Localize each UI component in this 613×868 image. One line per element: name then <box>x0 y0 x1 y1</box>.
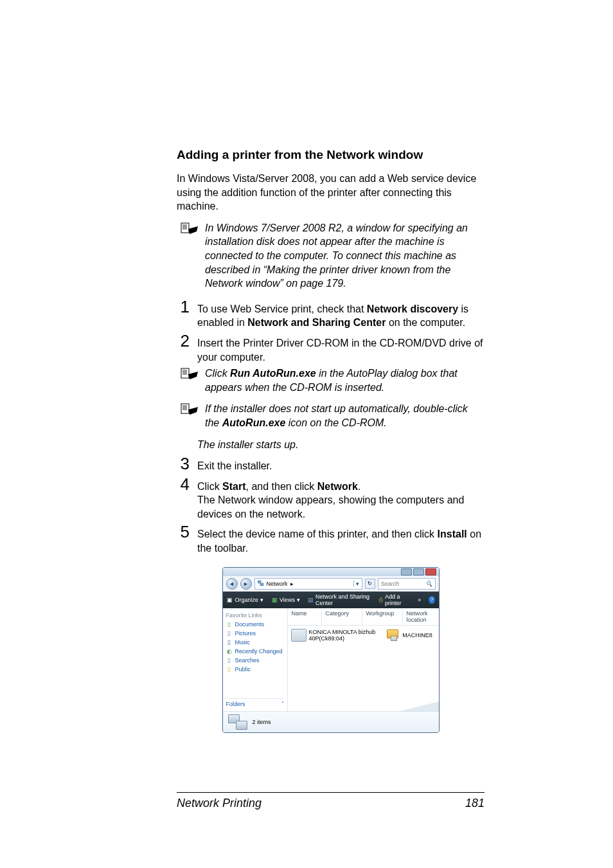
t: Run AutoRun.exe <box>230 368 316 379</box>
note-icon <box>177 221 199 291</box>
pc-label: MACHINE8 <box>402 632 432 638</box>
step-number: 1 <box>177 298 190 330</box>
section-heading: Adding a printer from the Network window <box>177 148 484 162</box>
step-4-sub: The Network window appears, showing the … <box>197 494 464 520</box>
col-network-location[interactable]: Network location <box>403 608 439 625</box>
pictures-icon: ▯ <box>226 630 233 637</box>
step-2: 2 Insert the Printer Driver CD-ROM in th… <box>177 332 484 364</box>
step-3-text: Exit the installer. <box>197 455 484 473</box>
lbl: Public <box>235 666 251 673</box>
page-footer: Network Printing 181 <box>177 792 484 810</box>
column-headers[interactable]: Name Category Workgroup Network location <box>288 608 439 626</box>
minimize-button[interactable] <box>401 568 412 575</box>
t: Click <box>197 481 222 492</box>
organize-icon: ▣ <box>227 597 233 603</box>
fav-link-music[interactable]: ▯Music <box>226 639 284 646</box>
printer-icon: ⎙ <box>378 597 383 603</box>
t: Network discovery <box>367 303 458 314</box>
note-icon <box>177 366 199 394</box>
documents-icon: ▯ <box>226 621 233 628</box>
step-4: 4 Click Start, and then click Network. T… <box>177 476 484 521</box>
add-printer-label: Add a printer <box>385 593 410 606</box>
col-category[interactable]: Category <box>322 608 362 625</box>
maximize-button[interactable] <box>413 568 424 575</box>
t: , and then click <box>246 481 317 492</box>
toolbar-organize[interactable]: ▣Organize ▾ <box>227 597 264 603</box>
footer-page-number: 181 <box>465 797 484 810</box>
step-number: 3 <box>177 455 190 473</box>
step-number: 4 <box>177 476 190 521</box>
forward-button[interactable]: ► <box>240 578 252 590</box>
intro-paragraph: In Windows Vista/Server 2008, you can ad… <box>177 172 484 213</box>
recent-icon: ◐ <box>226 648 233 655</box>
col-name[interactable]: Name <box>288 608 322 625</box>
t: To use Web Service print, check that <box>197 303 367 314</box>
folders-label: Folders <box>226 701 245 707</box>
fav-link-public[interactable]: ▯Public <box>226 666 284 673</box>
favorite-links-header: Favorite Links <box>226 612 284 619</box>
t: Start <box>222 481 245 492</box>
t: Network and Sharing Center <box>247 317 386 328</box>
step-3: 3 Exit the installer. <box>177 455 484 473</box>
step-2-text: Insert the Printer Driver CD-ROM in the … <box>197 332 484 364</box>
t: on the computer. <box>386 317 465 328</box>
folders-toggle[interactable]: Folders ˆ <box>226 698 284 707</box>
file-list-pane: Name Category Workgroup Network location… <box>288 608 439 711</box>
note-autorun-text: Click Run AutoRun.exe in the AutoPlay di… <box>205 366 484 394</box>
path-label: Network <box>267 581 288 587</box>
col-workgroup[interactable]: Workgroup <box>362 608 403 625</box>
fav-link-recently-changed[interactable]: ◐Recently Changed <box>226 648 284 655</box>
network-icon <box>258 580 264 588</box>
t: . <box>358 481 360 492</box>
nav-bar: ◄ ► Network ▸ ▾ ↻ Search 🔍 <box>223 576 439 592</box>
toolbar-network-sharing-center[interactable]: ▤Network and Sharing Center <box>308 593 371 606</box>
note-doubleclick: If the installer does not start up autom… <box>177 402 484 429</box>
status-text: 2 items <box>253 719 271 725</box>
footer-section-title: Network Printing <box>177 797 262 810</box>
favorite-links-pane: Favorite Links ▯Documents ▯Pictures ▯Mus… <box>223 608 288 711</box>
fav-link-searches[interactable]: ▯Searches <box>226 657 284 664</box>
step-1-text: To use Web Service print, check that Net… <box>197 298 484 330</box>
computer-icon <box>386 629 400 641</box>
status-network-icon <box>228 714 247 730</box>
toolbar-overflow[interactable]: » <box>418 597 421 603</box>
status-bar: 2 items <box>223 711 439 732</box>
searches-icon: ▯ <box>226 657 233 664</box>
network-pc-item[interactable]: MACHINE8 <box>386 629 432 642</box>
chevron-up-icon: ˆ <box>282 701 284 707</box>
step-number: 2 <box>177 332 190 364</box>
search-input[interactable]: Search 🔍 <box>378 578 436 590</box>
t: icon on the CD-ROM. <box>285 417 386 428</box>
svg-rect-0 <box>181 223 189 233</box>
svg-rect-15 <box>258 581 261 583</box>
resize-grip[interactable] <box>400 701 439 711</box>
help-button[interactable]: ? <box>429 596 434 604</box>
toolbar-add-printer[interactable]: ⎙Add a printer <box>378 593 410 606</box>
path-dropdown[interactable]: ▾ <box>353 581 359 587</box>
svg-rect-16 <box>260 583 263 586</box>
toolbar: ▣Organize ▾ ▦Views ▾ ▤Network and Sharin… <box>223 592 439 608</box>
organize-label: Organize <box>235 597 259 603</box>
step-5-text: Select the device name of this printer, … <box>197 523 484 555</box>
fav-link-pictures[interactable]: ▯Pictures <box>226 630 284 637</box>
note-version-text: In Windows 7/Server 2008 R2, a window fo… <box>205 221 484 291</box>
device-label: KONICA MINOLTA bizhub 40P(Ck89:04) <box>309 629 376 642</box>
device-icon <box>291 629 306 642</box>
fav-link-documents[interactable]: ▯Documents <box>226 621 284 628</box>
note-icon <box>177 402 199 429</box>
step-number: 5 <box>177 523 190 555</box>
note-autorun: Click Run AutoRun.exe in the AutoPlay di… <box>177 366 484 394</box>
t: Select the device name of this printer, … <box>197 529 438 539</box>
close-button[interactable] <box>425 568 436 575</box>
toolbar-views[interactable]: ▦Views ▾ <box>271 597 300 603</box>
views-label: Views <box>280 597 295 603</box>
search-icon: 🔍 <box>425 581 432 587</box>
refresh-button[interactable]: ↻ <box>365 579 375 589</box>
back-button[interactable]: ◄ <box>226 578 238 590</box>
lbl: Music <box>235 639 251 646</box>
network-device-item[interactable]: KONICA MINOLTA bizhub 40P(Ck89:04) <box>291 629 376 642</box>
t: AutoRun.exe <box>222 417 286 428</box>
address-bar[interactable]: Network ▸ ▾ <box>254 578 362 590</box>
device-line2: 40P(Ck89:04) <box>309 635 345 642</box>
chevron-right-icon: ▸ <box>290 581 294 587</box>
